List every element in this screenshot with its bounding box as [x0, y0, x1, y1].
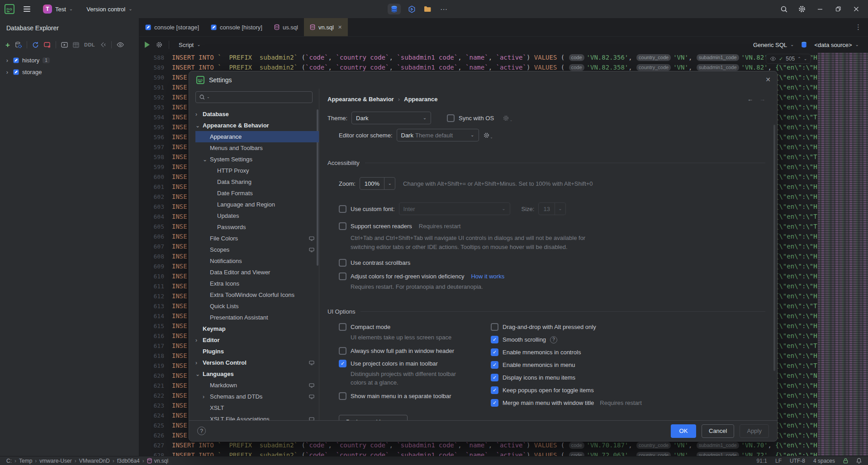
settings-tree-item-notifications[interactable]: Notifications — [195, 255, 319, 267]
checkbox[interactable] — [339, 323, 346, 331]
tree-item-storage[interactable]: ›storage — [0, 66, 139, 78]
checkbox[interactable] — [339, 222, 346, 230]
checkbox[interactable] — [339, 259, 346, 267]
current-file[interactable]: vn.sql — [154, 458, 168, 464]
checkbox-always-show-full-path-in-window-header[interactable]: Always show full path in window header — [339, 347, 491, 355]
use-custom-font-checkbox[interactable]: Use custom font: — [339, 205, 395, 213]
breadcrumb[interactable]: C:›Temp›vmware-User›VMwareDnD›f3db06a4› — [6, 458, 145, 464]
chevron-down-icon[interactable]: ⌄ — [804, 56, 807, 61]
settings-tree-item-menus-and-toolbars[interactable]: Menus and Toolbars — [195, 142, 319, 154]
help-icon[interactable]: ? — [197, 427, 206, 435]
settings-tree-item-presentation-assistant[interactable]: Presentation Assistant — [195, 312, 319, 323]
settings-tree-item-extra-icons[interactable]: Extra Icons — [195, 278, 319, 289]
vcs-widget[interactable]: Version control ⌄ — [83, 4, 136, 14]
settings-tree-item-updates[interactable]: Updates — [195, 210, 319, 221]
data-source-properties-icon[interactable] — [15, 42, 22, 48]
how-it-works-link[interactable]: How it works — [471, 273, 504, 280]
chevron-up-icon[interactable]: ⌃ — [797, 56, 801, 61]
path-segment[interactable]: C: — [6, 458, 12, 464]
contrast-scrollbars-checkbox[interactable]: Use contrast scrollbars — [339, 259, 410, 267]
red-green-checkbox[interactable]: Adjust colors for red-green vision defic… — [339, 272, 464, 280]
back-arrow-icon[interactable]: ← — [747, 96, 753, 103]
checkbox[interactable]: ✓ — [491, 374, 498, 381]
notifications-bell-icon[interactable] — [856, 458, 862, 464]
database-tool-button[interactable] — [388, 4, 401, 14]
settings-tree-item-xslt-file-associations[interactable]: XSLT File Associations — [195, 413, 319, 420]
path-segment[interactable]: vmware-User — [39, 458, 71, 464]
checkbox[interactable]: ✓ — [339, 360, 346, 367]
settings-tree-item-appearance-behavior[interactable]: ⌄Appearance & Behavior — [195, 120, 319, 131]
inspections-widget[interactable]: ✓ 505 ⌃ ⌄ — [766, 54, 811, 64]
path-segment[interactable]: Temp — [19, 458, 32, 464]
zoom-select[interactable]: 100% ⌄ — [360, 177, 395, 190]
project-files-button[interactable] — [423, 5, 432, 13]
datasource-selector[interactable]: <data source> ⌄ — [811, 40, 863, 50]
restore-button[interactable] — [830, 0, 846, 18]
help-icon[interactable]: ? — [550, 336, 557, 343]
settings-scrollbar[interactable] — [773, 125, 775, 371]
editor-tabs-more-icon[interactable]: ⋮ — [849, 18, 868, 36]
settings-tree-item-data-sharing[interactable]: Data Sharing — [195, 176, 319, 188]
settings-tree-item-database[interactable]: ›Database — [195, 108, 319, 120]
settings-tree-item-scopes[interactable]: Scopes — [195, 244, 319, 255]
tab-console-storage[interactable]: console [storage] — [139, 18, 205, 36]
path-segment[interactable]: VMwareDnD — [79, 458, 110, 464]
checkbox[interactable]: ✓ — [491, 386, 498, 394]
settings-tree-item-system-settings[interactable]: ⌄System Settings — [195, 154, 319, 165]
disconnect-icon[interactable] — [44, 42, 51, 48]
checkbox[interactable] — [339, 347, 346, 355]
jump-to-console-icon[interactable] — [61, 42, 68, 48]
dialect-selector[interactable]: Generic SQL ⌄ — [749, 40, 798, 50]
run-script-icon[interactable] — [145, 42, 150, 48]
settings-tree-item-date-formats[interactable]: Date Formats — [195, 188, 319, 199]
services-tool-button[interactable] — [407, 5, 417, 14]
settings-tree-item-quick-lists[interactable]: Quick Lists — [195, 301, 319, 312]
status-item-lf[interactable]: LF — [775, 458, 782, 464]
checkbox[interactable]: ✓ — [491, 399, 498, 407]
settings-tree-item-http-proxy[interactable]: HTTP Proxy — [195, 165, 319, 176]
settings-search-input[interactable]: ⌄ — [195, 91, 313, 103]
add-data-source-icon[interactable]: + — [5, 41, 10, 49]
main-menu-icon[interactable] — [21, 4, 33, 14]
settings-tree-item-markdown[interactable]: Markdown — [195, 380, 319, 391]
checkbox-enable-mnemonics-in-controls[interactable]: ✓Enable mnemonics in controls — [491, 348, 642, 356]
settings-tree-item-editor[interactable]: ›Editor — [195, 334, 319, 346]
checkbox-use-project-colors-in-main-toolbar[interactable]: ✓Use project colors in main toolbar — [339, 360, 491, 367]
checkbox[interactable]: ✓ — [491, 361, 498, 369]
checkbox-show-main-menu-in-a-separate-toolbar[interactable]: Show main menu in a separate toolbar — [339, 392, 491, 400]
apply-button[interactable]: Apply — [740, 424, 769, 438]
scheme-select[interactable]: Dark Theme default ⌄ — [397, 129, 479, 141]
scheme-gear-icon[interactable]: ⌄ — [483, 132, 493, 139]
tab-us-sql[interactable]: us.sql — [268, 18, 304, 36]
more-toolwindows-icon[interactable]: ⋯ — [438, 5, 450, 14]
checkbox[interactable]: ✓ — [491, 336, 498, 343]
editor-minimap[interactable] — [818, 53, 868, 456]
readonly-lock-icon[interactable] — [843, 458, 848, 464]
breadcrumb-parent[interactable]: Appearance & Behavior — [327, 96, 394, 103]
ddl-button[interactable]: DDL — [84, 42, 95, 47]
checkbox-enable-mnemonics-in-menu[interactable]: ✓Enable mnemonics in menu — [491, 361, 642, 369]
checkbox[interactable]: ✓ — [491, 348, 498, 356]
ok-button[interactable]: OK — [671, 424, 696, 438]
settings-tree-item-passwords[interactable]: Passwords — [195, 221, 319, 233]
status-item-utf-8[interactable]: UTF-8 — [790, 458, 805, 464]
cancel-button[interactable]: Cancel — [702, 424, 734, 438]
settings-tree-item-file-colors[interactable]: File Colors — [195, 233, 319, 244]
settings-tree-item-version-control[interactable]: ›Version Control — [195, 357, 319, 368]
close-button[interactable] — [848, 0, 864, 18]
script-selector[interactable]: Script ⌄ — [175, 40, 204, 50]
theme-select[interactable]: Dark ⌄ — [351, 112, 431, 124]
settings-tree-item-extra-toolwindow-colorful-icons[interactable]: Extra ToolWindow Colorful Icons — [195, 289, 319, 301]
eye-icon[interactable] — [117, 42, 124, 47]
settings-tree-item-keymap[interactable]: Keymap — [195, 323, 319, 334]
checkbox[interactable] — [339, 272, 346, 280]
status-item-4-spaces[interactable]: 4 spaces — [813, 458, 835, 464]
tab-vn-sql[interactable]: vn.sql✕ — [304, 18, 348, 36]
checkbox-compact-mode[interactable]: Compact mode — [339, 323, 491, 331]
checkbox-keep-popups-open-for-toggle-items[interactable]: ✓Keep popups open for toggle items — [491, 386, 642, 394]
background-image-button[interactable]: Background Image... — [339, 415, 408, 420]
minimize-button[interactable] — [812, 0, 828, 18]
sync-with-os-checkbox[interactable]: Sync with OS — [447, 114, 494, 122]
settings-tree-item-schemas-and-dtds[interactable]: ›Schemas and DTDs — [195, 391, 319, 402]
dialog-close-icon[interactable]: ✕ — [765, 76, 771, 83]
